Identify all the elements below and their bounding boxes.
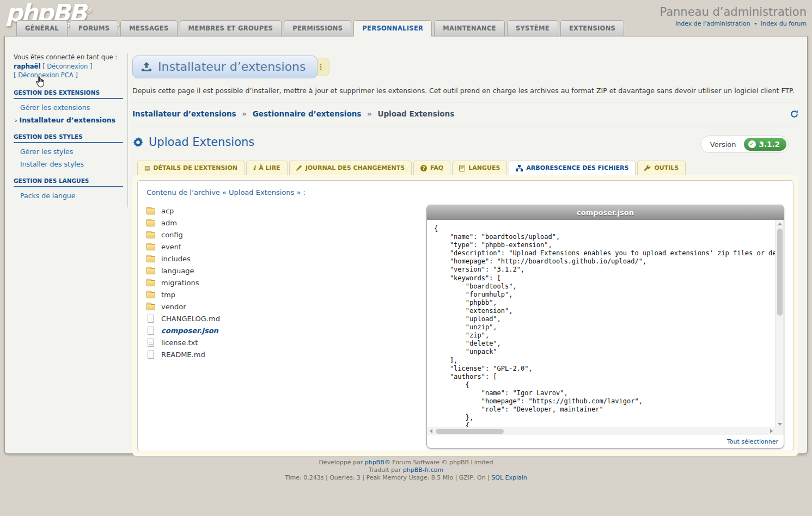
header-links: Index de l’administration • Index du for…	[660, 20, 807, 27]
tree-label: tmp	[161, 291, 175, 299]
vertical-scroll-thumb[interactable]	[777, 229, 783, 316]
tree-folder-config[interactable]: config	[146, 229, 426, 241]
extension-section-head: Upload Extensions Version ✓ 3.1.2	[132, 136, 798, 153]
page-head: ⋮ Installateur d’extensions	[132, 56, 318, 78]
book-icon: ▤	[144, 164, 150, 171]
tab-extensions[interactable]: EXTENSIONS	[560, 20, 624, 36]
phpbb-link[interactable]: phpBB®	[365, 459, 390, 466]
version-badge: ✓ 3.1.2	[744, 138, 786, 151]
footer-credit-line: Développé par phpBB® Forum Software © ph…	[0, 459, 812, 466]
folder-icon	[146, 256, 155, 262]
tab-langues[interactable]: LANGUES	[452, 161, 507, 175]
sidebar-item-installer-styles[interactable]: Installer des styles	[14, 156, 123, 168]
scroll-left-arrow[interactable]	[427, 427, 435, 435]
folder-icon	[146, 244, 155, 250]
folder-icon	[146, 268, 155, 274]
archive-content-box: Contenu de l’archive « Upload Extensions…	[137, 180, 793, 451]
tree-folder-tmp[interactable]: tmp	[146, 288, 426, 300]
tree-file-license[interactable]: license.txt	[146, 336, 426, 348]
breadcrumb-gestionnaire[interactable]: Gestionnaire d’extensions	[253, 109, 362, 118]
tab-label: OUTILS	[654, 164, 679, 171]
extension-title-row: Upload Extensions	[132, 136, 254, 149]
tree-folder-event[interactable]: event	[146, 241, 426, 253]
check-circle-icon: ✓	[748, 140, 756, 148]
tree-file-readme[interactable]: README.md	[146, 348, 426, 360]
logout-link[interactable]: [ Déconnexion ]	[42, 63, 92, 70]
horizontal-scrollbar[interactable]	[427, 427, 784, 435]
tab-arborescence-fichiers[interactable]: ARBORESCENCE DES FICHIERS	[509, 161, 636, 175]
tree-label: includes	[161, 255, 191, 263]
folder-icon	[146, 208, 155, 214]
sidebar: Vous êtes connecté en tant que : raphaël…	[5, 36, 128, 453]
breadcrumb-separator: »	[367, 109, 372, 118]
footer-translation-line: Traduit par phpBB-fr.com	[0, 466, 812, 474]
code-viewer-body: { "name": "boardtools/upload", "type": "…	[427, 220, 784, 427]
footer-text: Développé par	[319, 459, 363, 466]
footer-text: Traduit par	[369, 466, 401, 474]
scroll-right-arrow[interactable]	[767, 427, 775, 435]
vertical-scrollbar[interactable]	[775, 220, 784, 427]
tab-permissions[interactable]: PERMISSIONS	[284, 20, 351, 36]
sql-explain-link[interactable]: SQL Explain	[491, 474, 527, 481]
page-head-pill: Installateur d’extensions	[132, 56, 318, 78]
sidebar-item-gerer-extensions[interactable]: Gérer les extensions	[14, 99, 123, 112]
active-item-arrow: ›	[15, 117, 17, 124]
breadcrumb-installateur[interactable]: Installateur d’extensions	[132, 109, 236, 118]
tab-systeme[interactable]: SYSTÈME	[507, 20, 558, 36]
upload-icon	[141, 62, 152, 72]
version-label: Version	[710, 140, 736, 149]
tab-outils[interactable]: OUTILS	[637, 161, 686, 175]
tree-label: migrations	[161, 279, 199, 287]
phpbb-fr-link[interactable]: phpBB-fr.com	[403, 466, 443, 474]
tab-details-extension[interactable]: ▤DÉTAILS DE L’EXTENSION	[137, 161, 245, 175]
tab-a-lire[interactable]: iÀ LIRE	[246, 161, 288, 175]
tab-personnaliser[interactable]: PERSONNALISER	[353, 20, 432, 36]
code-viewer-title: composer.json	[427, 205, 784, 220]
sitemap-icon	[516, 165, 523, 171]
tree-folder-acp[interactable]: acp	[146, 205, 426, 217]
tab-forums[interactable]: FORUMS	[70, 20, 118, 36]
tree-label: adm	[161, 219, 177, 227]
link-separator: •	[754, 20, 758, 27]
tab-general[interactable]: GÉNÉRAL	[16, 20, 68, 36]
tree-folder-vendor[interactable]: vendor	[146, 300, 426, 312]
refresh-icon[interactable]	[790, 110, 798, 118]
tab-membres-et-groupes[interactable]: MEMBRES ET GROUPES	[180, 20, 282, 36]
tree-folder-includes[interactable]: includes	[146, 253, 426, 265]
section-title-styles: GESTION DES STYLES	[14, 133, 123, 143]
tree-label: acp	[161, 207, 174, 215]
tree-folder-migrations[interactable]: migrations	[146, 277, 426, 288]
tab-faq[interactable]: ?FAQ	[413, 161, 450, 175]
pencil-icon	[296, 165, 302, 171]
tree-label: license.txt	[161, 339, 198, 347]
tree-folder-adm[interactable]: adm	[146, 217, 426, 229]
tree-file-composer-json[interactable]: composer.json	[146, 324, 426, 336]
folder-icon	[146, 220, 155, 226]
footer-stats-line: Time: 0.243s | Queries: 3 | Peak Memory …	[0, 474, 812, 482]
tab-journal-changements[interactable]: JOURNAL DES CHANGEMENTS	[289, 161, 412, 175]
scroll-down-arrow[interactable]	[778, 423, 782, 426]
file-tree: acp adm config event includes language m…	[146, 205, 426, 360]
tree-file-changelog[interactable]: CHANGELOG.md	[146, 312, 426, 324]
tab-messages[interactable]: MESSAGES	[120, 20, 177, 36]
sidebar-item-packs-de-langue[interactable]: Packs de langue	[14, 187, 123, 200]
scroll-up-arrow[interactable]	[776, 220, 784, 228]
code-content: { "name": "boardtools/upload", "type": "…	[427, 220, 775, 427]
horizontal-scroll-thumb[interactable]	[436, 429, 504, 434]
extension-tabs: ▤DÉTAILS DE L’EXTENSION iÀ LIRE JOURNAL …	[132, 161, 798, 175]
logout-pca-link[interactable]: [ Déconnexion PCA ]	[14, 71, 78, 79]
extension-name: Upload Extensions	[149, 136, 254, 149]
select-all-link[interactable]: Tout sélectionner	[727, 438, 778, 445]
sidebar-inner: Vous êtes connecté en tant que : raphaël…	[14, 53, 128, 207]
phpbb-admin-screen: phpBB® creating communities Panneau d’ad…	[0, 0, 812, 516]
sidebar-item-gerer-styles[interactable]: Gérer les styles	[14, 143, 123, 156]
sidebar-item-installateur-extensions[interactable]: ›Installateur d’extensions	[14, 112, 123, 124]
sidebar-section-extensions: GESTION DES EXTENSIONS Gérer les extensi…	[14, 89, 123, 124]
admin-index-link[interactable]: Index de l’administration	[675, 20, 750, 27]
tree-folder-language[interactable]: language	[146, 265, 426, 277]
page-title: Panneau d’administration	[660, 5, 807, 19]
admin-panel: Vous êtes connecté en tant que : raphaël…	[4, 36, 808, 454]
forum-index-link[interactable]: Index du forum	[761, 20, 807, 27]
folder-icon	[146, 304, 155, 310]
tab-maintenance[interactable]: MAINTENANCE	[434, 20, 505, 36]
